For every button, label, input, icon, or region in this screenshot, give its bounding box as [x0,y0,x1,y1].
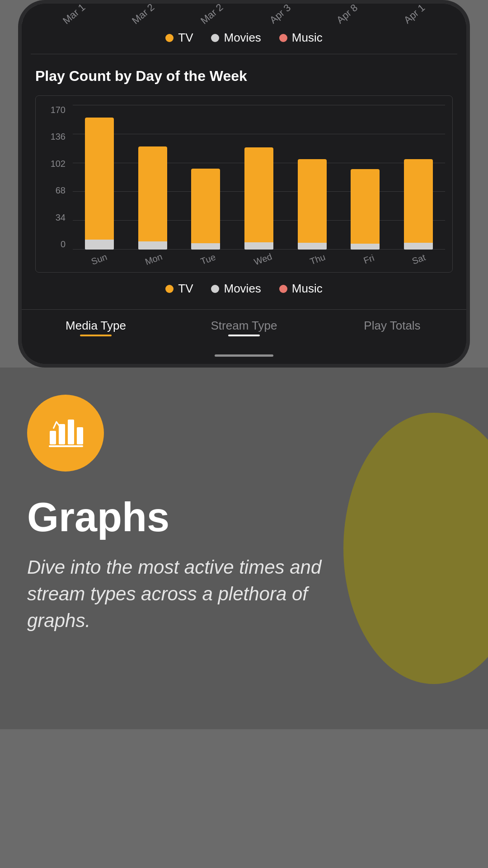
chart-title: Play Count by Day of the Week [35,68,453,85]
bottom-legend-label-tv: TV [178,282,193,296]
bar-stack-wed [244,147,273,250]
bar-gold-mon [138,146,167,241]
x-label-tue: Tue [199,252,218,270]
bar-group-mon [138,146,167,250]
tab-label-media-type: Media Type [66,319,126,332]
bar-white-thu [298,243,327,250]
date-label: Mar 1 [61,1,88,27]
date-labels-row: Mar 1 Mar 2 Mar 2 Apr 3 Apr 8 Apr 1 [35,8,453,20]
legend-label-movies: Movies [224,31,261,45]
feature-section: Graphs Dive into the most active times a… [0,368,488,729]
tab-underline-media-type [80,335,112,336]
x-labels-row: Sun Mon Tue Wed Thu Fri Sat [73,250,445,268]
bar-white-tue [191,243,220,250]
bar-group-fri [351,169,380,250]
bar-gold-fri [351,169,380,244]
bar-stack-mon [138,146,167,250]
movies-dot [211,34,219,42]
bottom-music-dot [279,285,287,293]
bottom-tv-dot [165,285,174,293]
x-label-sat: Sat [411,252,428,269]
bar-group-sun [85,118,114,250]
top-legend: TV Movies Music [22,24,466,54]
x-label-sun: Sun [90,252,110,270]
y-label-102: 102 [43,159,66,169]
bottom-legend: TV Movies Music [35,273,453,300]
bar-white-sat [404,243,433,250]
svg-rect-0 [50,431,56,444]
bar-group-thu [298,159,327,250]
y-label-170: 170 [43,105,66,115]
music-dot [279,34,287,42]
bottom-legend-label-music: Music [292,282,323,296]
x-label-thu: Thu [309,252,328,270]
chart-area: Sun Mon Tue Wed Thu Fri Sat [73,105,445,268]
top-chart-area: Mar 1 Mar 2 Mar 2 Apr 3 Apr 8 Apr 1 [22,4,466,20]
tab-bar: Media Type Stream Type Play Totals [22,309,466,350]
bar-group-tue [191,169,220,250]
bar-stack-tue [191,169,220,250]
tab-label-stream-type: Stream Type [211,319,277,332]
phone-container: Mar 1 Mar 2 Mar 2 Apr 3 Apr 8 Apr 1 TV M… [0,0,488,368]
y-label-136: 136 [43,132,66,142]
home-indicator [22,350,466,364]
legend-item-movies: Movies [211,31,261,45]
chart-section: Play Count by Day of the Week 170 136 10… [22,54,466,309]
bar-chart-wrapper: 170 136 102 68 34 0 [35,95,453,273]
bar-chart-icon [45,413,86,453]
date-label: Mar 2 [198,1,225,27]
legend-item-tv: TV [165,31,193,45]
y-label-0: 0 [43,239,66,250]
bar-gold-thu [298,159,327,243]
bar-gold-sat [404,159,433,243]
phone-screen: Mar 1 Mar 2 Mar 2 Apr 3 Apr 8 Apr 1 TV M… [18,0,470,368]
bar-white-wed [244,242,273,250]
date-label: Apr 8 [334,2,360,26]
bar-stack-thu [298,159,327,250]
x-label-fri: Fri [362,253,376,269]
bar-group-wed [244,147,273,250]
tab-stream-type[interactable]: Stream Type [170,319,318,336]
bar-white-mon [138,241,167,250]
legend-item-music: Music [279,31,323,45]
svg-rect-2 [68,420,74,444]
x-label-mon: Mon [144,251,165,270]
date-label: Apr 3 [267,2,293,26]
bar-stack-sun [85,118,114,250]
bar-white-fri [351,244,380,250]
bottom-legend-music: Music [279,282,323,296]
feature-bg-circle [343,413,488,684]
x-label-wed: Wed [253,251,275,270]
bottom-legend-movies: Movies [211,282,261,296]
tab-media-type[interactable]: Media Type [22,319,170,336]
tab-underline-stream-type [228,335,260,336]
legend-label-music: Music [292,31,323,45]
tab-play-totals[interactable]: Play Totals [318,319,466,336]
tv-dot [165,34,174,42]
svg-rect-3 [77,427,83,444]
bar-white-sun [85,240,114,250]
bar-stack-fri [351,169,380,250]
bar-gold-tue [191,169,220,243]
bar-gold-wed [244,147,273,242]
y-label-68: 68 [43,185,66,196]
svg-rect-1 [59,424,65,444]
home-bar [215,354,273,357]
bottom-legend-label-movies: Movies [224,282,261,296]
y-axis: 170 136 102 68 34 0 [43,105,66,268]
tab-label-play-totals: Play Totals [364,319,420,332]
bar-group-sat [404,159,433,250]
feature-title: Graphs [27,494,461,541]
bar-gold-sun [85,118,114,240]
date-label: Mar 2 [130,1,157,27]
bars-row [73,105,445,250]
bar-stack-sat [404,159,433,250]
feature-description: Dive into the most active times and stre… [27,554,334,634]
legend-label-tv: TV [178,31,193,45]
screen-content: Mar 1 Mar 2 Mar 2 Apr 3 Apr 8 Apr 1 TV M… [22,4,466,364]
bottom-legend-tv: TV [165,282,193,296]
feature-icon-circle [27,395,104,472]
date-label: Apr 1 [402,2,427,26]
bottom-movies-dot [211,285,219,293]
y-label-34: 34 [43,212,66,223]
